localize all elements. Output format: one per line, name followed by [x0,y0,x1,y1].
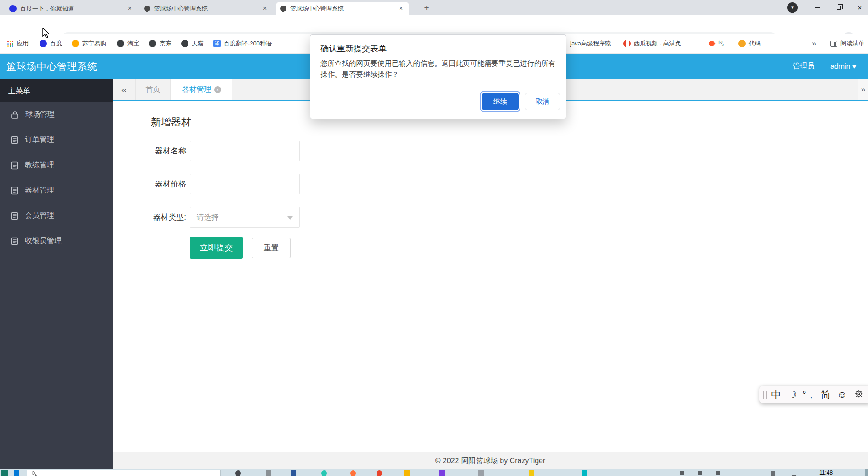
taskbar-app-icon[interactable] [478,470,484,476]
sidebar-item-members[interactable]: 会员管理 [0,203,113,228]
taskbar-app-icon[interactable] [582,470,587,476]
reset-button[interactable]: 重置 [252,238,291,258]
main-content: 新增器材 器材名称 器材价格 器材类型: 请选择 立即提交 重置 [113,101,868,452]
reading-list-label: 阅读清单 [840,40,864,48]
taskbar-app-icon[interactable] [377,470,382,476]
taskbar-app-icon[interactable] [1,470,8,476]
jd-icon [149,40,156,47]
dialog-title: 确认重新提交表单 [320,43,387,54]
taskbar-search-box[interactable] [27,470,221,476]
browser-tab-system-2-active[interactable]: 篮球场中心管理系统 × [276,2,409,15]
task-view-icon[interactable] [266,470,271,476]
sidebar-item-orders[interactable]: 订单管理 [0,127,113,153]
start-button[interactable] [14,470,19,476]
continue-button[interactable]: 继续 [482,93,519,110]
bird-icon [708,40,716,48]
submit-button[interactable]: 立即提交 [190,237,243,259]
taskbar-app-icon[interactable] [350,470,356,476]
baidu-favicon-icon [9,5,17,12]
sidebar-item-equipment[interactable]: 器材管理 [0,178,113,203]
tab-close-icon[interactable]: × [397,5,405,12]
emoji-smiley-icon[interactable]: ☺ [834,389,851,400]
show-desktop-button[interactable] [865,469,868,476]
bookmark-tmall[interactable]: 天猫 [181,34,204,53]
tray-icon[interactable] [698,471,702,475]
bookmark-baidu-translate[interactable]: 译 百度翻译-200种语 [213,34,272,53]
new-tab-button[interactable]: + [421,3,432,14]
apps-grid-icon [7,41,13,47]
user-dropdown[interactable]: admin ▾ [830,62,856,71]
bookmark-code[interactable]: 代码 [738,34,761,53]
moon-night-mode-icon[interactable]: ☽ [784,389,801,400]
xigua-play-icon [623,40,631,47]
page-tab-home[interactable]: 首页 [136,79,171,100]
equipment-type-select[interactable]: 请选择 [190,207,300,228]
bookmark-label: 西瓜视频 - 高清免... [634,40,686,48]
bookmark-label: 淘宝 [127,40,139,48]
tray-icon[interactable] [716,471,720,475]
sidebar-item-coaches[interactable]: 教练管理 [0,153,113,178]
shuttlecock-favicon-icon [143,4,151,12]
sidebar-item-cashiers[interactable]: 收银员管理 [0,228,113,254]
taskbar-clock[interactable]: 11:48 [819,470,833,476]
cancel-button[interactable]: 取消 [525,93,560,110]
bookmarks-overflow-button[interactable]: » [812,34,816,53]
ime-toolbar: 中 ☽ °， 简 ☺ [760,386,868,403]
tab-close-icon[interactable]: × [261,5,268,12]
sidebar-item-label: 器材管理 [25,186,54,195]
window-minimize-button[interactable] [807,0,828,15]
pen-tray-icon[interactable] [771,471,775,476]
select-placeholder: 请选择 [197,213,219,221]
taskbar-app-icon[interactable] [529,470,534,476]
window-close-button[interactable]: × [850,0,868,15]
bookmark-java[interactable]: java高级程序猿 [570,34,611,53]
ime-drag-handle[interactable] [763,391,767,399]
input-indicator-icon[interactable] [792,471,796,476]
sidebar-item-label: 订单管理 [25,135,54,145]
ime-language-button[interactable]: 中 [768,388,784,401]
window-restore-button[interactable] [828,0,849,15]
taskbar-app-icon[interactable] [404,470,410,476]
taskbar-app-icon[interactable] [235,470,241,476]
bookmark-taobao[interactable]: 淘宝 [117,34,139,53]
sidebar-item-courts[interactable]: 球场管理 [0,102,113,127]
browser-toolbar: ← → ↻ i localhost:8080/ymq/login_toLogin… [0,15,868,34]
bookmark-suning[interactable]: 苏宁易购 [72,34,106,53]
browser-tab-baidu[interactable]: 百度一下，你就知道 × [5,2,138,15]
gear-settings-icon[interactable] [851,389,867,401]
page-footer: © 2022 阿阳篮球场 by CrazyTiger [113,452,868,469]
tab-close-icon[interactable]: × [214,86,221,93]
tab-close-icon[interactable]: × [126,5,133,12]
minimize-icon [815,7,820,8]
taskbar-app-icon[interactable] [439,470,445,476]
media-controls-button[interactable]: ▼ [787,2,798,13]
sidebar: 主菜单 球场管理 订单管理 教练管理 器材管理 会员管理 收银员管理 [0,79,113,469]
screen: 百度一下，你就知道 × 篮球场中心管理系统 × 篮球场中心管理系统 × + ▼ … [0,0,868,476]
ime-simplified-button[interactable]: 简 [817,388,834,401]
tray-icon[interactable] [680,471,684,475]
code-icon [738,40,746,47]
tabs-collapse-button[interactable]: « [113,79,136,100]
equipment-price-input[interactable] [190,174,300,194]
document-icon [11,212,18,220]
resubmit-confirm-dialog: 确认重新提交表单 您所查找的网页要使用已输入的信息。返回此页可能需要重复已进行的… [310,34,566,119]
equipment-name-input[interactable] [190,141,300,161]
bookmark-bird[interactable]: 鸟 [709,34,724,53]
bookmark-label: 鸟 [718,40,724,48]
bookmark-jd[interactable]: 京东 [149,34,171,53]
role-label: 管理员 [793,62,815,71]
page-tab-equipment-active[interactable]: 器材管理× [171,79,232,100]
ime-punctuation-button[interactable]: °， [801,388,817,401]
bookmark-baidu[interactable]: 百度 [40,34,62,53]
tabs-overflow-button[interactable]: » [858,79,868,100]
browser-tab-system-1[interactable]: 篮球场中心管理系统 × [140,2,273,15]
reading-list-button[interactable]: 阅读清单 [830,34,864,53]
shuttlecock-favicon-icon [279,4,287,12]
taskbar-app-icon[interactable] [291,470,296,476]
search-icon [32,471,35,475]
section-title: 新增器材 [145,115,197,129]
legend-line [129,122,851,122]
bookmark-xigua[interactable]: 西瓜视频 - 高清免... [623,34,686,53]
apps-shortcut[interactable]: 应用 [7,34,29,53]
taskbar-app-icon[interactable] [321,470,327,476]
